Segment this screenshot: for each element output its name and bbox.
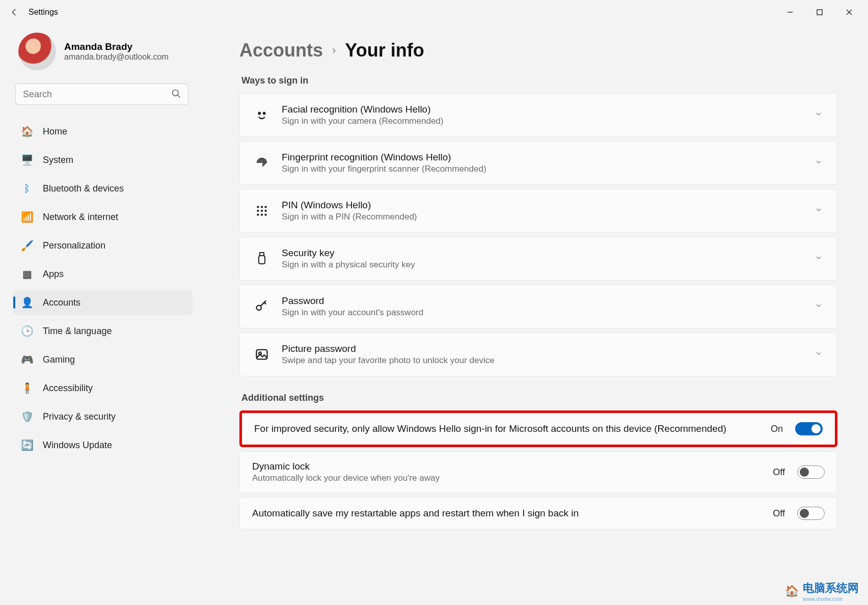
shield-icon: 🛡️	[20, 410, 34, 423]
setting-hello-only: For improved security, only allow Window…	[239, 410, 837, 447]
user-block[interactable]: Amanda Brady amanda.brady@outlook.com	[18, 33, 193, 70]
nav-accessibility[interactable]: 🧍Accessibility	[13, 376, 193, 400]
nav-network[interactable]: 📶Network & internet	[13, 205, 193, 229]
card-subtitle: Sign in with your account's password	[282, 308, 803, 318]
house-icon: 🏠	[785, 585, 799, 598]
close-button[interactable]	[834, 2, 864, 22]
brush-icon: 🖌️	[20, 239, 34, 252]
toggle-restart-apps[interactable]	[797, 507, 825, 520]
search-icon	[171, 89, 181, 101]
card-subtitle: Sign in with a PIN (Recommended)	[282, 212, 803, 222]
back-button[interactable]	[4, 2, 24, 22]
system-icon: 🖥️	[20, 153, 34, 167]
nav-label: Personalization	[43, 240, 105, 251]
setting-title: Automatically save my restartable apps a…	[252, 508, 763, 519]
svg-point-19	[257, 306, 261, 310]
chevron-right-icon: ›	[332, 44, 336, 57]
nav-apps[interactable]: ▦Apps	[13, 262, 193, 286]
nav-label: Network & internet	[43, 212, 118, 223]
wifi-icon: 📶	[20, 210, 34, 224]
setting-title: Dynamic lock	[252, 461, 763, 472]
nav-privacy[interactable]: 🛡️Privacy & security	[13, 404, 193, 429]
apps-icon: ▦	[20, 267, 34, 281]
home-icon: 🏠	[20, 125, 34, 138]
svg-point-6	[259, 113, 261, 115]
toggle-hello-only[interactable]	[795, 422, 823, 435]
search-container	[15, 84, 188, 105]
chevron-down-icon	[815, 349, 823, 360]
setting-subtitle: Automatically lock your device when you'…	[252, 473, 763, 483]
minimize-button[interactable]	[775, 2, 805, 22]
card-title: Picture password	[282, 343, 803, 354]
chevron-down-icon	[815, 110, 823, 120]
svg-point-15	[261, 213, 263, 215]
svg-rect-1	[817, 10, 822, 15]
main-content: Accounts › Your info Ways to sign in Fac…	[199, 24, 868, 605]
setting-dynamic-lock: Dynamic lockAutomatically lock your devi…	[239, 451, 837, 493]
section-header-signin: Ways to sign in	[241, 75, 837, 86]
maximize-button[interactable]	[805, 2, 834, 22]
picture-icon	[253, 346, 270, 363]
nav-time[interactable]: 🕒Time & language	[13, 319, 193, 343]
signin-security-key[interactable]: Security keySign in with a physical secu…	[239, 237, 837, 281]
user-name: Amanda Brady	[64, 41, 169, 52]
keypad-icon	[253, 202, 270, 219]
svg-point-11	[257, 210, 259, 212]
nav-system[interactable]: 🖥️System	[13, 148, 193, 172]
card-subtitle: Sign in with a physical security key	[282, 260, 803, 270]
nav-label: Privacy & security	[43, 411, 116, 422]
nav-label: Windows Update	[43, 440, 112, 451]
nav-label: Time & language	[43, 326, 112, 337]
watermark: 🏠 电脑系统网 www.dnxtw.com	[785, 581, 859, 602]
nav-label: System	[43, 155, 73, 166]
titlebar: Settings	[0, 0, 868, 24]
nav-label: Bluetooth & devices	[43, 183, 124, 194]
setting-title: For improved security, only allow Window…	[254, 423, 761, 434]
svg-point-7	[263, 113, 265, 115]
card-title: Facial recognition (Windows Hello)	[282, 104, 803, 115]
nav-accounts[interactable]: 👤Accounts	[13, 290, 193, 315]
svg-rect-20	[257, 350, 267, 360]
nav-gaming[interactable]: 🎮Gaming	[13, 347, 193, 372]
key-icon	[253, 298, 270, 315]
svg-point-14	[257, 213, 259, 215]
toggle-dynamic-lock[interactable]	[797, 465, 825, 479]
chevron-down-icon	[815, 206, 823, 216]
svg-point-12	[261, 210, 263, 212]
nav-personalization[interactable]: 🖌️Personalization	[13, 233, 193, 258]
svg-point-9	[261, 206, 263, 208]
chevron-down-icon	[815, 254, 823, 264]
nav-update[interactable]: 🔄Windows Update	[13, 433, 193, 457]
watermark-text: 电脑系统网	[803, 582, 859, 594]
breadcrumb: Accounts › Your info	[239, 40, 837, 61]
svg-rect-18	[259, 256, 265, 264]
toggle-state-label: On	[771, 424, 783, 434]
card-title: PIN (Windows Hello)	[282, 200, 803, 211]
card-subtitle: Sign in with your fingerprint scanner (R…	[282, 164, 803, 174]
toggle-state-label: Off	[773, 508, 785, 519]
usb-icon	[253, 250, 270, 267]
signin-fingerprint[interactable]: Fingerprint recognition (Windows Hello)S…	[239, 141, 837, 185]
window-title: Settings	[29, 8, 58, 17]
nav-label: Gaming	[43, 354, 75, 365]
breadcrumb-current: Your info	[345, 40, 424, 61]
accounts-icon: 👤	[20, 296, 34, 309]
nav-home[interactable]: 🏠Home	[13, 119, 193, 144]
accessibility-icon: 🧍	[20, 381, 34, 395]
face-icon	[253, 106, 270, 124]
signin-picture-password[interactable]: Picture passwordSwipe and tap your favor…	[239, 333, 837, 376]
nav-label: Accounts	[43, 297, 80, 308]
svg-line-5	[178, 95, 180, 98]
chevron-down-icon	[815, 158, 823, 168]
card-title: Fingerprint recognition (Windows Hello)	[282, 152, 803, 163]
svg-point-8	[257, 206, 259, 208]
nav-bluetooth[interactable]: ᛒBluetooth & devices	[13, 176, 193, 201]
signin-facial[interactable]: Facial recognition (Windows Hello)Sign i…	[239, 93, 837, 137]
gaming-icon: 🎮	[20, 353, 34, 366]
card-subtitle: Sign in with your camera (Recommended)	[282, 116, 803, 126]
breadcrumb-parent[interactable]: Accounts	[239, 40, 323, 61]
chevron-down-icon	[815, 301, 823, 312]
signin-pin[interactable]: PIN (Windows Hello)Sign in with a PIN (R…	[239, 189, 837, 233]
search-input[interactable]	[15, 84, 188, 105]
signin-password[interactable]: PasswordSign in with your account's pass…	[239, 285, 837, 328]
